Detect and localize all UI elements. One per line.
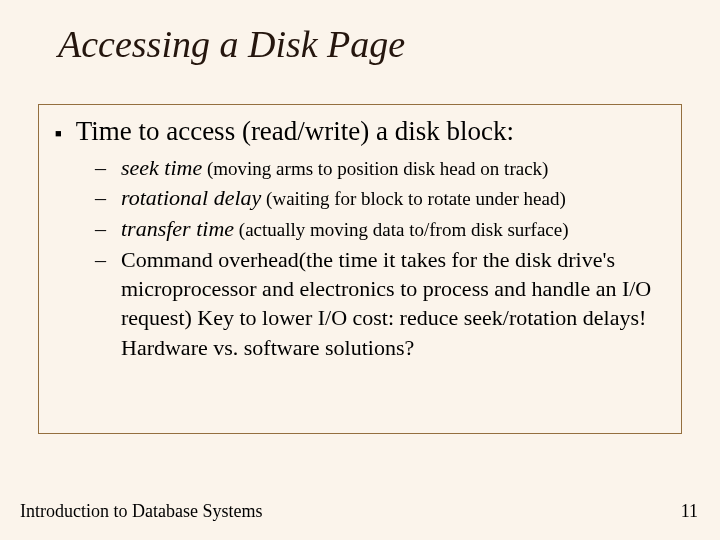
sub-bullet-text: transfer time (actually moving data to/f… xyxy=(121,214,569,243)
dash-bullet-icon: – xyxy=(95,153,109,183)
sub-bullet-text: Command overhead(the time it takes for t… xyxy=(121,245,669,362)
sub-bullet-item: – seek time (moving arms to position dis… xyxy=(95,153,669,183)
dash-bullet-icon: – xyxy=(95,245,109,275)
slide: Accessing a Disk Page ■ Time to access (… xyxy=(0,0,720,540)
page-number: 11 xyxy=(681,501,698,522)
sub-bullet-list: – seek time (moving arms to position dis… xyxy=(95,153,669,362)
sub-bullet-item: – transfer time (actually moving data to… xyxy=(95,214,669,244)
sub-bullet-text: seek time (moving arms to position disk … xyxy=(121,153,548,182)
sub-bullet-item: – rotational delay (waiting for block to… xyxy=(95,183,669,213)
content-box: ■ Time to access (read/write) a disk blo… xyxy=(38,104,682,434)
bullet-text: Time to access (read/write) a disk block… xyxy=(76,115,514,149)
footer-text: Introduction to Database Systems xyxy=(20,501,262,522)
dash-bullet-icon: – xyxy=(95,214,109,244)
sub-bullet-text: rotational delay (waiting for block to r… xyxy=(121,183,566,212)
dash-bullet-icon: – xyxy=(95,183,109,213)
square-bullet-icon: ■ xyxy=(55,127,62,139)
sub-bullet-item: – Command overhead(the time it takes for… xyxy=(95,245,669,362)
bullet-item: ■ Time to access (read/write) a disk blo… xyxy=(55,115,669,149)
slide-title: Accessing a Disk Page xyxy=(0,0,720,66)
